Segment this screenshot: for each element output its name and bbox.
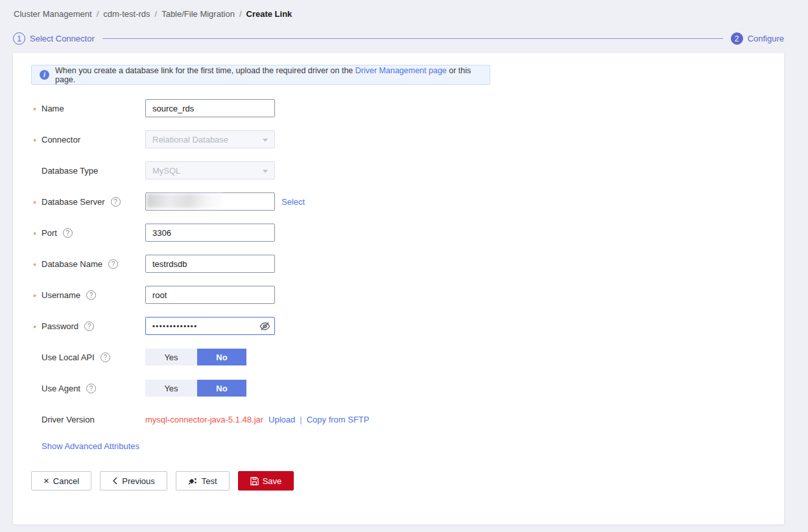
database-server-input-wrap bbox=[145, 192, 275, 211]
previous-button[interactable]: Previous bbox=[100, 471, 167, 491]
select-server-link[interactable]: Select bbox=[281, 197, 305, 207]
field-row-port: * Port ? bbox=[31, 224, 766, 242]
required-marker: * bbox=[33, 137, 36, 146]
chevron-left-icon bbox=[112, 477, 118, 485]
database-type-label: Database Type bbox=[31, 166, 145, 176]
breadcrumb-separator: / bbox=[239, 9, 242, 19]
save-icon bbox=[250, 477, 259, 485]
required-marker: * bbox=[33, 261, 36, 271]
info-banner: i When you create a database link for th… bbox=[31, 65, 490, 85]
step-connector-line bbox=[102, 38, 723, 39]
step-1-circle: 1 bbox=[13, 32, 25, 45]
use-local-api-yes-button[interactable]: Yes bbox=[145, 349, 197, 365]
database-name-input[interactable] bbox=[145, 255, 275, 273]
driver-file-name: mysql-connector-java-5.1.48.jar bbox=[145, 415, 263, 424]
required-marker: * bbox=[33, 292, 36, 302]
help-icon[interactable]: ? bbox=[84, 321, 94, 331]
port-input[interactable] bbox=[145, 224, 275, 242]
required-marker: * bbox=[33, 230, 36, 240]
use-local-api-no-button[interactable]: No bbox=[197, 349, 246, 365]
breadcrumb-separator: / bbox=[155, 9, 158, 19]
step-configure[interactable]: 2 Configure bbox=[731, 32, 784, 45]
password-label: * Password ? bbox=[31, 321, 145, 331]
footer-buttons: × Cancel Previous Test bbox=[31, 471, 766, 491]
chevron-down-icon bbox=[263, 139, 268, 142]
redacted-server-value bbox=[147, 194, 223, 208]
field-row-name: * Name bbox=[31, 99, 766, 117]
help-icon[interactable]: ? bbox=[108, 259, 118, 269]
step-2-label: Configure bbox=[748, 34, 784, 43]
username-label: * Username ? bbox=[31, 290, 145, 300]
banner-text-before: When you create a database link for the … bbox=[55, 66, 355, 75]
database-type-select: MySQL bbox=[145, 161, 275, 179]
field-row-database-server: * Database Server ? Select bbox=[31, 192, 766, 211]
field-row-database-name: * Database Name ? bbox=[31, 255, 766, 273]
use-agent-no-button[interactable]: No bbox=[197, 380, 246, 397]
advanced-attributes-row: Show Advanced Attributes bbox=[42, 441, 766, 454]
breadcrumb: Cluster Management / cdm-test-rds / Tabl… bbox=[0, 0, 808, 19]
use-agent-yes-button[interactable]: Yes bbox=[145, 380, 197, 397]
database-name-label: * Database Name ? bbox=[31, 259, 145, 269]
cancel-button[interactable]: × Cancel bbox=[31, 471, 91, 491]
database-type-select-value: MySQL bbox=[152, 166, 180, 176]
help-icon[interactable]: ? bbox=[86, 290, 96, 300]
breadcrumb-cluster-management[interactable]: Cluster Management bbox=[14, 9, 92, 19]
help-icon[interactable]: ? bbox=[86, 384, 96, 393]
driver-links: Upload | Copy from SFTP bbox=[268, 415, 369, 424]
upload-driver-link[interactable]: Upload bbox=[268, 415, 295, 424]
connector-select-value: Relational Database bbox=[152, 135, 228, 145]
breadcrumb-separator: / bbox=[97, 9, 99, 19]
field-row-use-agent: Use Agent ? Yes No bbox=[31, 379, 766, 397]
help-icon[interactable]: ? bbox=[101, 353, 110, 362]
database-server-label: * Database Server ? bbox=[31, 197, 145, 207]
driver-management-link[interactable]: Driver Management page bbox=[355, 66, 447, 75]
show-advanced-attributes-link[interactable]: Show Advanced Attributes bbox=[42, 441, 139, 451]
name-label: * Name bbox=[31, 104, 145, 113]
eye-slash-icon[interactable] bbox=[259, 321, 270, 332]
use-agent-label: Use Agent ? bbox=[31, 384, 145, 393]
use-local-api-label: Use Local API ? bbox=[31, 353, 145, 362]
password-input[interactable] bbox=[145, 317, 275, 335]
step-select-connector[interactable]: 1 Select Connector bbox=[13, 32, 95, 45]
close-icon: × bbox=[43, 476, 49, 485]
step-1-label: Select Connector bbox=[30, 34, 95, 43]
test-connection-icon bbox=[188, 477, 198, 485]
use-local-api-toggle: Yes No bbox=[145, 349, 246, 365]
step-2-circle: 2 bbox=[731, 32, 743, 45]
name-input[interactable] bbox=[145, 99, 275, 117]
field-row-database-type: Database Type MySQL bbox=[31, 161, 766, 179]
driver-version-label: Driver Version bbox=[31, 415, 145, 424]
field-row-driver-version: Driver Version mysql-connector-java-5.1.… bbox=[31, 410, 766, 428]
use-agent-toggle: Yes No bbox=[145, 380, 246, 397]
required-marker: * bbox=[33, 323, 36, 333]
save-button[interactable]: Save bbox=[238, 471, 294, 491]
link-separator: | bbox=[300, 415, 302, 424]
test-button[interactable]: Test bbox=[176, 471, 230, 491]
info-icon: i bbox=[40, 70, 49, 80]
step-indicator: 1 Select Connector 2 Configure bbox=[13, 32, 784, 45]
username-input[interactable] bbox=[145, 286, 275, 304]
required-marker: * bbox=[33, 106, 36, 115]
breadcrumb-cluster-name[interactable]: cdm-test-rds bbox=[103, 9, 150, 19]
chevron-down-icon bbox=[263, 170, 268, 173]
help-icon[interactable]: ? bbox=[63, 228, 73, 238]
connector-label: * Connector bbox=[31, 135, 145, 145]
help-icon[interactable]: ? bbox=[111, 197, 121, 207]
password-input-wrap bbox=[145, 317, 275, 335]
field-row-connector: * Connector Relational Database bbox=[31, 130, 766, 148]
field-row-password: * Password ? bbox=[31, 317, 766, 335]
field-row-username: * Username ? bbox=[31, 286, 766, 304]
field-row-use-local-api: Use Local API ? Yes No bbox=[31, 348, 766, 366]
breadcrumb-migration[interactable]: Table/File Migration bbox=[161, 9, 235, 19]
copy-from-sftp-link[interactable]: Copy from SFTP bbox=[307, 415, 370, 424]
required-marker: * bbox=[33, 199, 36, 209]
port-label: * Port ? bbox=[31, 228, 145, 238]
connector-select: Relational Database bbox=[145, 130, 275, 148]
info-banner-text: When you create a database link for the … bbox=[55, 66, 482, 84]
create-link-form-card: i When you create a database link for th… bbox=[13, 53, 784, 524]
breadcrumb-current-page: Create Link bbox=[246, 9, 292, 19]
